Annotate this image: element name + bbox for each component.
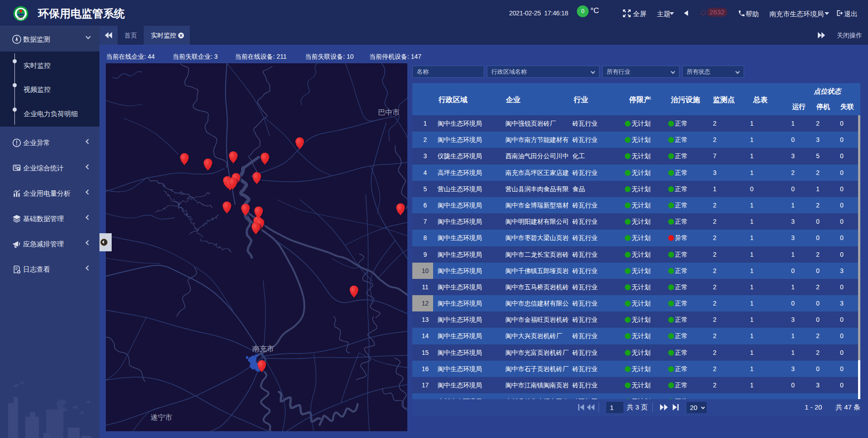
svg-text:南充市: 南充市 <box>252 345 274 353</box>
svg-text:遂宁市: 遂宁市 <box>151 414 172 421</box>
svg-text:巴中市: 巴中市 <box>378 108 400 116</box>
